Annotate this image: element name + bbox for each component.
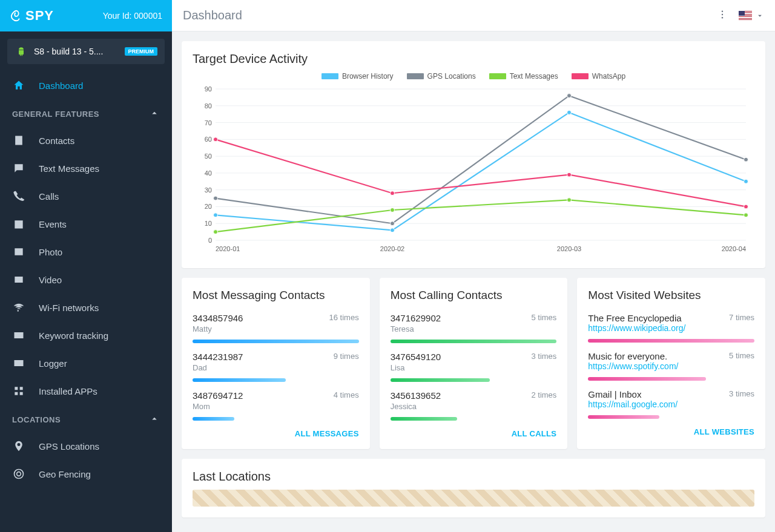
nav-icon bbox=[12, 273, 25, 286]
nav-icon bbox=[12, 384, 25, 398]
logo-icon bbox=[10, 9, 23, 22]
sidebar-top-bar: SPY Your Id: 000001 bbox=[0, 0, 172, 31]
legend-item[interactable]: Text Messages bbox=[489, 72, 558, 80]
svg-text:70: 70 bbox=[205, 119, 212, 126]
rank-bar bbox=[588, 377, 706, 381]
svg-point-30 bbox=[391, 228, 395, 232]
nav-item-wi-fi-networks[interactable]: Wi-Fi networks bbox=[0, 294, 172, 321]
nav-icon bbox=[12, 301, 25, 314]
nav-icon bbox=[12, 134, 25, 147]
most-messaging-card: Most Messaging Contacts 3434857946Matty1… bbox=[182, 278, 370, 449]
sidebar: SPY Your Id: 000001 S8 - build 13 - 5...… bbox=[0, 0, 172, 532]
rank-bar bbox=[391, 340, 557, 343]
svg-point-36 bbox=[744, 157, 748, 162]
nav-item-text-messages[interactable]: Text Messages bbox=[0, 154, 172, 182]
svg-text:2020-01: 2020-01 bbox=[216, 245, 240, 252]
most-calling-card: Most Calling Contacts 3471629902Teresa5 … bbox=[380, 278, 568, 449]
most-websites-card: Most Visited Websites The Free Encyclope… bbox=[577, 278, 765, 449]
svg-point-2 bbox=[722, 10, 723, 11]
home-icon bbox=[12, 79, 25, 92]
svg-point-29 bbox=[214, 213, 218, 217]
nav-item-installed-apps[interactable]: Installed APPs bbox=[0, 377, 172, 405]
legend-item[interactable]: GPS Locations bbox=[407, 72, 476, 80]
website-link[interactable]: https://www.spotify.com/ bbox=[588, 361, 678, 371]
svg-point-41 bbox=[214, 137, 218, 142]
svg-point-4 bbox=[722, 17, 723, 18]
legend-item[interactable]: Browser History bbox=[322, 72, 394, 80]
website-link[interactable]: https://www.wikipedia.org/ bbox=[588, 323, 685, 333]
nav-icon bbox=[12, 217, 25, 231]
nav-group-locations[interactable]: LOCATIONS bbox=[0, 405, 172, 432]
website-link[interactable]: https://mail.google.com/ bbox=[588, 399, 678, 409]
nav-item-video[interactable]: Video bbox=[0, 266, 172, 294]
nav-dashboard[interactable]: Dashboard bbox=[0, 71, 172, 99]
chart-title: Target Device Activity bbox=[193, 52, 754, 66]
svg-text:90: 90 bbox=[205, 85, 212, 93]
premium-badge: PREMIUM bbox=[125, 47, 158, 56]
language-flag[interactable] bbox=[739, 11, 764, 20]
us-flag-icon bbox=[739, 11, 752, 20]
nav-item-gps-locations[interactable]: GPS Locations bbox=[0, 432, 172, 460]
rank-item: 3471629902Teresa5 times bbox=[391, 313, 557, 343]
svg-text:2020-04: 2020-04 bbox=[722, 245, 746, 252]
more-icon[interactable] bbox=[717, 9, 728, 22]
all-websites-link[interactable]: ALL WEBSITES bbox=[588, 427, 754, 436]
svg-text:80: 80 bbox=[205, 102, 212, 110]
svg-point-43 bbox=[567, 172, 572, 177]
last-locations-card: Last Locations bbox=[182, 459, 765, 517]
nav-icon bbox=[12, 439, 25, 453]
map-placeholder bbox=[193, 490, 754, 507]
topbar: Dashboard bbox=[172, 0, 775, 31]
chevron-up-icon bbox=[149, 413, 160, 426]
device-name: S8 - build 13 - 5.... bbox=[34, 47, 119, 56]
nav-item-keyword-tracking[interactable]: Keyword tracking bbox=[0, 321, 172, 349]
svg-point-42 bbox=[391, 191, 395, 195]
svg-point-3 bbox=[722, 13, 723, 15]
all-calls-link[interactable]: ALL CALLS bbox=[391, 429, 557, 438]
svg-point-1 bbox=[17, 472, 21, 476]
chart-legend: Browser HistoryGPS LocationsText Message… bbox=[193, 72, 754, 80]
brand-name: SPY bbox=[25, 8, 54, 24]
rank-item: 3487694712Mom4 times bbox=[193, 390, 359, 421]
user-id-label: Your Id: 000001 bbox=[103, 11, 162, 21]
nav-icon bbox=[12, 467, 25, 481]
rank-bar bbox=[588, 339, 754, 343]
rank-item: Gmail | Inboxhttps://mail.google.com/3 t… bbox=[588, 389, 754, 419]
nav-item-events[interactable]: Events bbox=[0, 210, 172, 238]
rank-item: Music for everyone.https://www.spotify.c… bbox=[588, 351, 754, 381]
svg-point-34 bbox=[391, 222, 395, 226]
rank-item: 3434857946Matty16 times bbox=[193, 313, 359, 343]
rank-item: 3444231987Dad9 times bbox=[193, 352, 359, 382]
brand-logo[interactable]: SPY bbox=[10, 8, 54, 24]
svg-point-32 bbox=[744, 179, 748, 183]
nav-icon bbox=[12, 245, 25, 258]
rank-bar bbox=[193, 378, 286, 382]
nav-item-photo[interactable]: Photo bbox=[0, 238, 172, 266]
svg-text:30: 30 bbox=[205, 186, 212, 194]
chevron-up-icon bbox=[149, 108, 160, 120]
rank-bar bbox=[588, 415, 659, 419]
svg-point-33 bbox=[214, 196, 218, 200]
nav-item-calls[interactable]: Calls bbox=[0, 182, 172, 210]
sidebar-nav: Dashboard GENERAL FEATURES ContactsText … bbox=[0, 71, 172, 500]
rank-bar bbox=[391, 378, 490, 382]
rank-item: 3456139652Jessica2 times bbox=[391, 390, 557, 421]
rank-item: The Free Encyclopediahttps://www.wikiped… bbox=[588, 313, 754, 343]
svg-point-44 bbox=[744, 205, 748, 209]
svg-point-40 bbox=[744, 213, 748, 217]
legend-item[interactable]: WhatsApp bbox=[572, 72, 625, 80]
activity-chart-card: Target Device Activity Browser HistoryGP… bbox=[182, 41, 765, 268]
svg-point-31 bbox=[567, 110, 572, 114]
all-messages-link[interactable]: ALL MESSAGES bbox=[193, 429, 359, 438]
svg-text:0: 0 bbox=[208, 237, 212, 244]
nav-item-logger[interactable]: Logger bbox=[0, 349, 172, 377]
nav-group-general[interactable]: GENERAL FEATURES bbox=[0, 99, 172, 126]
android-icon bbox=[15, 45, 28, 58]
rank-bar bbox=[193, 417, 234, 421]
svg-text:50: 50 bbox=[205, 153, 212, 160]
device-selector[interactable]: S8 - build 13 - 5.... PREMIUM bbox=[7, 39, 165, 64]
nav-item-contacts[interactable]: Contacts bbox=[0, 126, 172, 154]
svg-point-39 bbox=[567, 198, 572, 202]
svg-text:2020-03: 2020-03 bbox=[557, 245, 581, 252]
nav-item-geo-fencing[interactable]: Geo Fencing bbox=[0, 460, 172, 488]
